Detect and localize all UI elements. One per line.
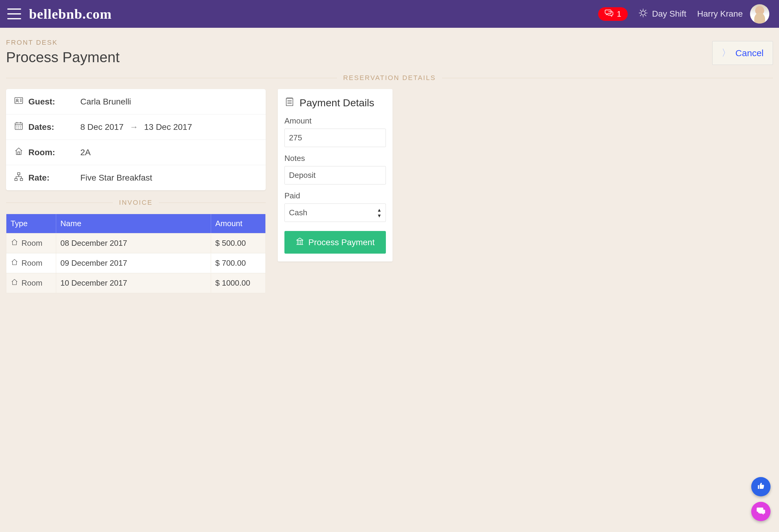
process-payment-button[interactable]: Process Payment — [285, 231, 386, 254]
section-reservation-details: RESERVATION DETAILS — [6, 74, 773, 82]
section-invoice: INVOICE — [6, 199, 266, 206]
sun-icon — [639, 8, 648, 20]
avatar[interactable] — [750, 4, 769, 23]
svg-line-7 — [645, 10, 646, 11]
shift-selector[interactable]: Day Shift — [639, 8, 686, 20]
table-row[interactable]: Room 10 December 2017 $ 1000.00 — [6, 273, 265, 293]
svg-point-20 — [20, 126, 21, 126]
svg-point-21 — [17, 128, 17, 128]
notifications-button[interactable]: 1 — [598, 7, 628, 21]
svg-rect-25 — [17, 173, 20, 175]
chat-bubbles-icon — [605, 9, 614, 19]
svg-line-6 — [645, 15, 646, 16]
support-chat-button[interactable] — [751, 502, 771, 521]
house-icon — [14, 146, 23, 158]
shift-label: Day Shift — [652, 9, 686, 19]
notifications-count: 1 — [617, 9, 621, 19]
col-amount-header: Amount — [211, 214, 265, 233]
paid-label: Paid — [285, 191, 386, 200]
room-value: 2A — [80, 147, 91, 157]
payment-panel-title: Payment Details — [300, 97, 374, 109]
rate-label: Rate: — [28, 173, 50, 183]
cancel-button[interactable]: 〉 Cancel — [712, 41, 773, 65]
arrow-right-icon: → — [129, 122, 138, 132]
notes-input[interactable] — [285, 166, 386, 184]
breadcrumb: FRONT DESK — [6, 39, 120, 47]
svg-point-19 — [19, 126, 19, 126]
house-icon — [11, 278, 18, 288]
guest-label: Guest: — [28, 97, 55, 107]
notes-label: Notes — [285, 154, 386, 163]
svg-point-10 — [16, 99, 18, 101]
svg-line-5 — [640, 10, 641, 11]
id-card-icon — [14, 96, 23, 108]
cancel-label: Cancel — [735, 48, 764, 58]
svg-point-0 — [641, 11, 645, 15]
house-icon — [11, 258, 18, 268]
svg-rect-24 — [18, 152, 20, 155]
chat-icon — [756, 506, 766, 518]
svg-point-18 — [17, 126, 17, 126]
col-name-header: Name — [56, 214, 211, 233]
process-payment-label: Process Payment — [308, 238, 374, 247]
menu-button[interactable] — [7, 8, 21, 19]
bank-icon — [296, 237, 304, 248]
calendar-icon — [14, 121, 23, 133]
guest-value: Carla Brunelli — [80, 97, 131, 107]
current-user-name[interactable]: Harry Krane — [697, 9, 743, 19]
svg-rect-27 — [20, 178, 23, 181]
date-to: 13 Dec 2017 — [144, 122, 192, 132]
amount-input[interactable] — [285, 129, 386, 147]
table-row[interactable]: Room 08 December 2017 $ 500.00 — [6, 233, 265, 253]
notepad-icon — [285, 96, 295, 109]
svg-line-8 — [640, 15, 641, 16]
amount-label: Amount — [285, 116, 386, 126]
dates-label: Dates: — [28, 122, 54, 132]
svg-rect-9 — [15, 98, 23, 104]
payment-panel: Payment Details Amount Notes Paid Cash ▲… — [278, 89, 393, 261]
invoice-table: Type Name Amount Room 08 December 2017 $… — [6, 214, 266, 293]
chevron-right-icon: 〉 — [722, 47, 731, 59]
col-type-header: Type — [6, 214, 56, 233]
page-title: Process Payment — [6, 49, 120, 65]
thumbs-up-icon — [756, 481, 765, 492]
svg-point-23 — [20, 128, 21, 128]
reservation-card: Guest: Carla Brunelli Dates: 8 Dec 2017 … — [6, 89, 266, 190]
house-icon — [11, 238, 18, 248]
top-bar: bellebnb.com 1 Day Shift Harry Krane — [0, 0, 779, 28]
svg-rect-26 — [15, 178, 17, 181]
table-row[interactable]: Room 09 December 2017 $ 700.00 — [6, 253, 265, 273]
feedback-button[interactable] — [751, 477, 771, 496]
paid-select[interactable]: Cash — [285, 203, 386, 222]
rate-value: Five Star Breakfast — [80, 173, 152, 183]
svg-point-22 — [19, 128, 19, 128]
hierarchy-icon — [14, 172, 23, 184]
room-label: Room: — [28, 147, 55, 157]
date-from: 8 Dec 2017 — [80, 122, 123, 132]
brand-logo[interactable]: bellebnb.com — [29, 6, 112, 22]
